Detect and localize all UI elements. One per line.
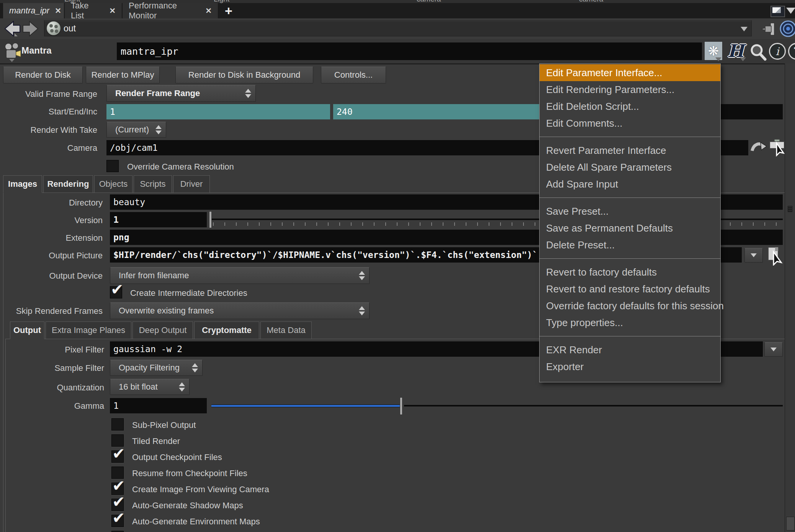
render-with-take-label: Render With Take [0, 125, 97, 135]
path-dropdown-icon[interactable] [741, 27, 748, 31]
valid-frame-range-label: Valid Frame Range [0, 89, 97, 99]
node-name-field[interactable]: mantra_ipr [117, 42, 702, 60]
menu-separator [540, 336, 720, 336]
menu-item-add-spare-input[interactable]: Add Spare Input [540, 176, 720, 193]
menu-item-override-factory-defaults[interactable]: Override factory defaults for this sessi… [540, 297, 720, 314]
forward-arrow-icon[interactable] [22, 21, 40, 37]
pane-maximize-icon[interactable] [770, 6, 785, 17]
frame-end-field[interactable]: 240 [333, 104, 558, 119]
menu-item-delete-preset[interactable]: Delete Preset... [540, 237, 720, 253]
menu-item-edit-rendering-parameters[interactable]: Edit Rendering Parameters... [540, 81, 720, 98]
pin-icon[interactable] [761, 22, 780, 36]
jump-to-operator-icon[interactable] [750, 139, 767, 156]
tab-rendering[interactable]: Rendering [43, 175, 93, 193]
menu-item-save-as-permanent-defaults[interactable]: Save as Permanent Defaults [540, 220, 720, 237]
override-camera-resolution-label: Override Camera Resolution [127, 162, 234, 172]
pane-tab-bar: mantra_ipr ✕ Take List ✕ Performance Mon… [0, 3, 795, 18]
spinner-icon[interactable] [242, 89, 254, 98]
mantra-node-icon [3, 42, 21, 62]
close-tab-icon[interactable]: ✕ [55, 6, 61, 15]
override-camera-resolution-checkbox[interactable] [106, 160, 119, 172]
pane-tab-take-list[interactable]: Take List ✕ [65, 3, 122, 18]
node-header: Mantra mantra_ipr ❋ H i ? [0, 39, 795, 64]
menu-item-type-properties[interactable]: Type properties... [540, 314, 720, 331]
valid-frame-range-dropdown[interactable]: Render Frame Range [106, 85, 256, 102]
tab-objects[interactable]: Objects [94, 175, 132, 193]
spinner-icon[interactable] [153, 125, 164, 134]
menu-separator [540, 197, 720, 198]
menu-item-delete-all-spare-parameters[interactable]: Delete All Spare Parameters [540, 159, 720, 176]
menu-item-exr-render[interactable]: EXR Render [540, 341, 720, 358]
pane-menu-chevron-icon[interactable] [786, 8, 795, 14]
tab-driver[interactable]: Driver [173, 175, 210, 193]
close-tab-icon[interactable]: ✕ [109, 6, 116, 15]
open-operator-chooser-icon[interactable] [768, 138, 787, 157]
logo-dropdown-indicator-icon [740, 57, 746, 61]
tab-scripts[interactable]: Scripts [134, 175, 172, 193]
out-network-icon [47, 21, 61, 35]
camera-label: Camera [0, 143, 97, 153]
help-icon[interactable]: ? [788, 43, 795, 60]
back-arrow-icon[interactable] [3, 21, 21, 37]
menu-item-revert-parameter-interface[interactable]: Revert Parameter Interface [540, 142, 720, 159]
tab-output[interactable]: Output [10, 321, 44, 339]
clipped-label: camera [579, 0, 603, 3]
start-end-inc-label: Start/End/Inc [0, 107, 97, 117]
gear-dropdown-indicator-icon [715, 57, 721, 61]
menu-item-edit-comments[interactable]: Edit Comments... [540, 115, 720, 132]
tab-extra-image-planes[interactable]: Extra Image Planes [46, 321, 131, 339]
render-with-take-dropdown[interactable]: (Current) [106, 122, 166, 138]
tab-deep-output[interactable]: Deep Output [132, 321, 193, 339]
menu-item-revert-to-factory-defaults[interactable]: Revert to factory defaults [540, 264, 720, 281]
houdini-parameter-pane: Light Light camera camera mantra_ipr ✕ T… [0, 0, 795, 532]
menu-item-edit-deletion-script[interactable]: Edit Deletion Script... [540, 98, 720, 115]
add-tab-button[interactable]: + [220, 3, 237, 18]
menu-item-revert-and-restore-factory-defaults[interactable]: Revert to and restore factory defaults [540, 281, 720, 297]
tab-meta-data[interactable]: Meta Data [260, 321, 312, 339]
tab-cryptomatte[interactable]: Cryptomatte [194, 321, 259, 339]
frame-start-field[interactable]: 1 [106, 104, 330, 119]
path-nav-bar: out [0, 18, 795, 39]
render-to-disk-background-button[interactable]: Render to Disk in Background [175, 67, 313, 83]
pane-tab-mantra-ipr[interactable]: mantra_ipr ✕ [3, 3, 64, 18]
link-target-icon[interactable] [780, 20, 795, 38]
info-icon[interactable]: i [769, 43, 786, 60]
path-field[interactable]: out [44, 20, 752, 36]
gear-context-menu: Edit Parameter Interface... Edit Renderi… [539, 64, 721, 382]
menu-separator [540, 258, 720, 259]
menu-separator [540, 137, 720, 137]
scrollbar-button[interactable] [786, 517, 795, 530]
pane-splitter[interactable] [785, 64, 795, 532]
tab-images[interactable]: Images [3, 175, 42, 193]
node-type-label: Mantra [21, 45, 52, 56]
controls-button[interactable]: Controls... [321, 67, 386, 83]
menu-item-save-preset[interactable]: Save Preset... [540, 203, 720, 220]
path-text: out [64, 23, 76, 34]
splitter-grip-icon[interactable] [788, 206, 792, 212]
render-to-mplay-button[interactable]: Render to MPlay [86, 67, 160, 83]
close-tab-icon[interactable]: ✕ [205, 6, 212, 15]
search-icon[interactable] [749, 43, 767, 61]
clipped-label: Light [214, 0, 229, 3]
render-to-disk-button[interactable]: Render to Disk [3, 67, 83, 83]
pane-tab-performance-monitor[interactable]: Performance Monitor ✕ [123, 3, 218, 18]
clipped-network-labels: Light Light camera camera [0, 0, 795, 3]
clipped-label: camera [417, 0, 441, 3]
menu-item-edit-parameter-interface[interactable]: Edit Parameter Interface... [540, 64, 720, 81]
menu-item-exporter[interactable]: Exporter [540, 358, 720, 375]
